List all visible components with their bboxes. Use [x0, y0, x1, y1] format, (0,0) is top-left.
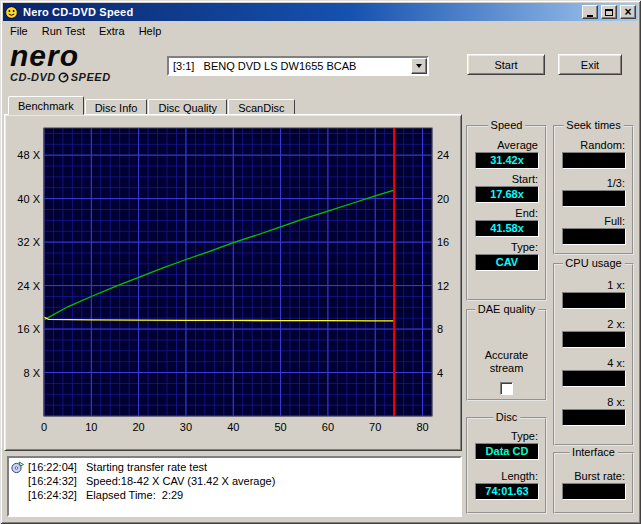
log-timestamp: [16:24:32] [28, 489, 86, 501]
svg-text:12: 12 [437, 280, 449, 292]
speed-start-label: Start: [512, 173, 539, 185]
tab-disc-quality[interactable]: Disc Quality [148, 99, 227, 115]
log-line: [16:24:32] Elapsed Time: 2:29 [11, 488, 458, 502]
interface-panel: Interface Burst rate: [553, 452, 634, 514]
minimize-button[interactable] [582, 5, 598, 19]
nero-logo: nero CD-DVD SPEED [10, 42, 165, 88]
dae-quality-panel: DAE quality Accurate stream [466, 309, 547, 401]
menu-extra[interactable]: Extra [92, 23, 132, 39]
svg-text:50: 50 [274, 421, 286, 433]
seek-random-label: Random: [580, 139, 626, 151]
disc-length-row: Length: 74:01.63 [468, 470, 545, 500]
chevron-down-icon [416, 64, 422, 68]
svg-text:70: 70 [369, 421, 381, 433]
cpu-2x-row: 2 x: [555, 318, 632, 348]
seek-third-label: 1/3: [607, 177, 626, 189]
maximize-button[interactable] [601, 5, 617, 19]
close-button[interactable]: × [620, 5, 636, 19]
cpu-1x-value [562, 292, 626, 309]
cpu-usage-panel: CPU usage 1 x: 2 x: 4 x: 8 x: [553, 263, 634, 446]
menu-help[interactable]: Help [132, 23, 169, 39]
log-message: Speed:18-42 X CAV (31.42 X average) [86, 475, 275, 487]
cpu-1x-label: 1 x: [607, 279, 626, 291]
nero-wordmark: nero [10, 42, 165, 70]
seek-full-label: Full: [604, 215, 626, 227]
cpu-1x-row: 1 x: [555, 279, 632, 309]
drive-select-dropdown-button[interactable] [411, 58, 427, 74]
benchmark-chart: 010203040506070808 X16 X24 X32 X40 X48 X… [10, 122, 456, 444]
chart-svg: 010203040506070808 X16 X24 X32 X40 X48 X… [10, 122, 456, 442]
cpu-usage-title: CPU usage [562, 257, 624, 269]
speedometer-icon [58, 72, 69, 83]
log-timestamp: [16:24:32] [28, 475, 86, 487]
menubar: File Run Test Extra Help [3, 22, 638, 40]
speed-end-label: End: [515, 207, 539, 219]
titlebar: Nero CD-DVD Speed × [3, 3, 638, 21]
cpu-8x-value [562, 409, 626, 426]
speed-end-value: 41.58x [475, 220, 539, 237]
speed-average-row: Average 31.42x [468, 139, 545, 169]
speed-panel: Speed Average 31.42x Start: 17.68x End: … [466, 125, 547, 301]
svg-text:40: 40 [227, 421, 239, 433]
svg-text:48 X: 48 X [17, 149, 40, 161]
svg-text:24: 24 [437, 149, 449, 161]
drive-select[interactable]: [3:1] BENQ DVD LS DW1655 BCAB [167, 56, 429, 76]
log-message: Starting transfer rate test [86, 461, 207, 473]
cpu-8x-label: 8 x: [607, 396, 626, 408]
menu-run-test[interactable]: Run Test [35, 23, 92, 39]
disc-type-row: Type: Data CD [468, 430, 545, 460]
minimize-icon [587, 15, 593, 17]
log-line: [16:24:32] Speed:18-42 X CAV (31.42 X av… [11, 474, 458, 488]
logo-product-left: CD-DVD [10, 71, 56, 83]
speed-panel-title: Speed [488, 119, 526, 131]
tab-scandisc[interactable]: ScanDisc [228, 99, 294, 115]
app-smiley-icon [5, 6, 18, 19]
interface-panel-title: Interface [569, 446, 618, 458]
svg-text:8 X: 8 X [23, 367, 40, 379]
svg-text:8: 8 [437, 323, 443, 335]
svg-text:40 X: 40 X [17, 193, 40, 205]
cpu-4x-row: 4 x: [555, 357, 632, 387]
seek-full-row: Full: [555, 215, 632, 245]
accurate-stream-checkbox[interactable] [500, 382, 513, 395]
svg-text:32 X: 32 X [17, 236, 40, 248]
svg-text:30: 30 [180, 421, 192, 433]
burst-rate-row: Burst rate: [555, 470, 632, 500]
speed-start-row: Start: 17.68x [468, 173, 545, 203]
burst-rate-value [562, 483, 626, 500]
menu-file[interactable]: File [3, 23, 35, 39]
disc-type-label: Type: [511, 430, 539, 442]
maximize-icon [605, 9, 613, 16]
seek-times-title: Seek times [563, 119, 623, 131]
svg-text:20: 20 [437, 193, 449, 205]
event-log: [16:22:04] Starting transfer rate test [… [7, 456, 462, 517]
log-line: [16:22:04] Starting transfer rate test [11, 460, 458, 474]
speed-average-label: Average [497, 139, 539, 151]
speed-start-value: 17.68x [475, 186, 539, 203]
window-title: Nero CD-DVD Speed [21, 6, 579, 18]
nero-product-line: CD-DVD SPEED [10, 71, 165, 83]
speed-type-label: Type: [511, 241, 539, 253]
app-window: Nero CD-DVD Speed × File Run Test Extra … [0, 0, 641, 524]
disc-type-value: Data CD [475, 443, 539, 460]
svg-text:16: 16 [437, 236, 449, 248]
seek-third-value [562, 190, 626, 207]
svg-text:4: 4 [437, 367, 443, 379]
log-timestamp: [16:22:04] [28, 461, 86, 473]
tab-disc-info[interactable]: Disc Info [85, 99, 148, 115]
accurate-stream-label: Accurate stream [478, 349, 536, 375]
cpu-8x-row: 8 x: [555, 396, 632, 426]
svg-text:80: 80 [416, 421, 428, 433]
exit-button[interactable]: Exit [558, 54, 622, 75]
transfer-test-icon [11, 461, 28, 474]
svg-text:24 X: 24 X [17, 280, 40, 292]
svg-text:20: 20 [133, 421, 145, 433]
cpu-4x-label: 4 x: [607, 357, 626, 369]
svg-text:0: 0 [41, 421, 47, 433]
close-icon: × [624, 7, 631, 17]
seek-full-value [562, 228, 626, 245]
speed-end-row: End: 41.58x [468, 207, 545, 237]
tab-benchmark[interactable]: Benchmark [8, 96, 84, 115]
start-button[interactable]: Start [467, 54, 545, 75]
seek-random-value [562, 152, 626, 169]
